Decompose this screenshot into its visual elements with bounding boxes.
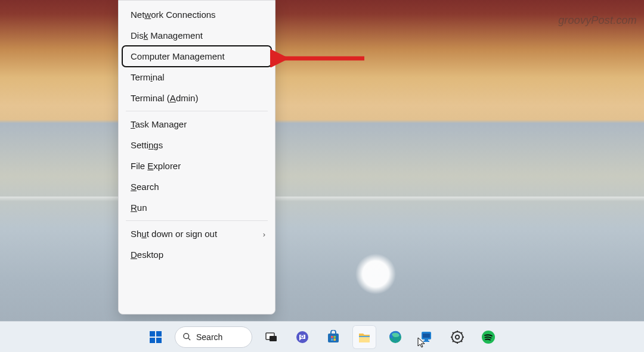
menu-item-disk-management[interactable]: Disk Management <box>122 25 271 46</box>
svg-rect-15 <box>334 338 336 341</box>
svg-point-5 <box>184 334 189 339</box>
svg-line-30 <box>461 341 462 342</box>
search-icon <box>182 332 191 341</box>
menu-item-file-explorer[interactable]: File Explorer <box>122 155 271 176</box>
edge-button[interactable] <box>383 325 407 349</box>
edge-icon <box>388 330 402 344</box>
svg-line-32 <box>461 332 462 334</box>
annotation-arrow-icon <box>270 49 366 67</box>
start-button[interactable] <box>144 325 168 349</box>
svg-rect-4 <box>156 338 162 343</box>
taskview-icon <box>264 330 278 344</box>
svg-rect-1 <box>150 331 155 337</box>
folder-icon <box>357 330 371 344</box>
wallpaper-ripple <box>0 197 644 201</box>
windows-logo-icon <box>148 330 163 344</box>
search-label: Search <box>196 332 222 342</box>
taskbar: Search <box>0 321 644 352</box>
chat-icon <box>295 330 309 344</box>
svg-rect-17 <box>359 336 370 337</box>
menu-item-terminal[interactable]: Terminal <box>122 67 271 88</box>
menu-item-network-connections[interactable]: Network Connections <box>122 4 271 25</box>
svg-rect-14 <box>331 338 333 341</box>
menu-item-search[interactable]: Search <box>122 176 271 197</box>
svg-point-24 <box>456 335 459 338</box>
menu-item-desktop[interactable]: Desktop <box>122 244 271 265</box>
menu-item-computer-management[interactable]: Computer Management <box>122 46 271 67</box>
menu-item-shutdown-signout[interactable]: Shut down or sign out › <box>122 223 271 244</box>
spotify-button[interactable] <box>476 325 500 349</box>
chat-button[interactable] <box>290 325 314 349</box>
watermark-text: groovyPost.com <box>558 14 637 27</box>
svg-line-31 <box>453 341 454 342</box>
menu-item-run[interactable]: Run <box>122 197 271 218</box>
menu-item-task-manager[interactable]: Task Manager <box>122 114 271 135</box>
svg-rect-8 <box>270 336 277 341</box>
store-icon <box>326 330 340 344</box>
svg-rect-13 <box>334 336 336 338</box>
file-explorer-button[interactable] <box>352 325 376 349</box>
taskview-button[interactable] <box>259 325 283 349</box>
svg-rect-3 <box>150 338 155 343</box>
chevron-right-icon: › <box>263 229 265 238</box>
svg-rect-2 <box>156 331 162 337</box>
menu-item-terminal-admin[interactable]: Terminal (Admin) <box>122 88 271 108</box>
menu-separator <box>126 220 268 221</box>
svg-rect-12 <box>331 336 333 338</box>
taskbar-search[interactable]: Search <box>175 326 252 348</box>
store-button[interactable] <box>321 325 345 349</box>
settings-button[interactable] <box>445 325 469 349</box>
svg-line-29 <box>453 332 454 334</box>
svg-rect-11 <box>328 334 339 342</box>
menu-item-settings[interactable]: Settings <box>122 135 271 155</box>
menu-separator <box>126 111 268 111</box>
mouse-cursor-icon <box>417 337 426 348</box>
gear-icon <box>450 330 465 344</box>
svg-line-6 <box>188 338 190 340</box>
spotify-icon <box>481 330 496 344</box>
winx-context-menu: Network Connections Disk Management Comp… <box>118 0 275 314</box>
